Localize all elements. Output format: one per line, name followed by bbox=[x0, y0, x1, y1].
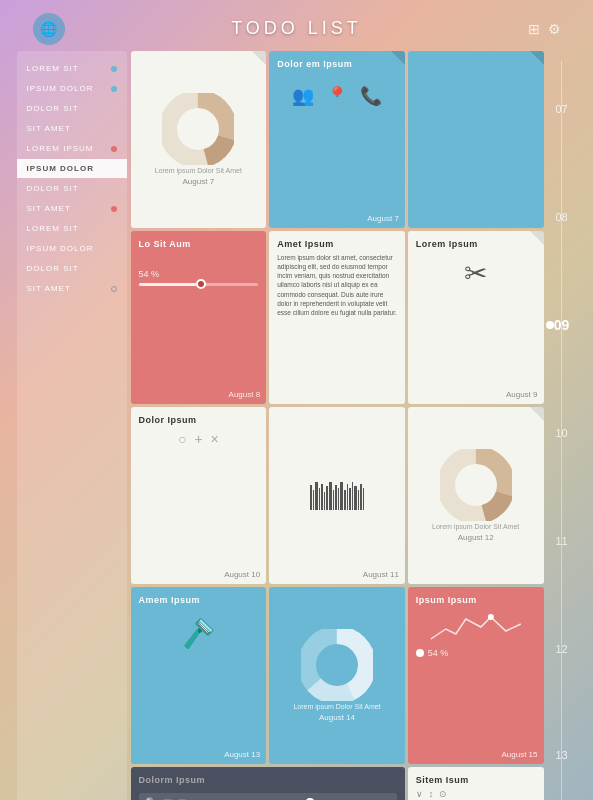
header-icons: ⊞ ⚙ bbox=[528, 21, 561, 37]
card-date-aug7-1: August 7 bbox=[183, 177, 215, 186]
sidebar-item-ipsum-dolor-2[interactable]: IPSUM DOLOR bbox=[17, 239, 127, 258]
barcode-display bbox=[310, 480, 364, 510]
card-title-10: Amem Ipsum bbox=[139, 595, 259, 605]
card-body-text: Lorem ipsum dolor sit amet, consectetur … bbox=[277, 253, 397, 317]
card-date-aug13: August 13 bbox=[224, 750, 260, 759]
card-title-4: Lo Sit Aum bbox=[139, 239, 259, 249]
card-lorem-ipsum-scissors: Lorem Ipsum ✂ August 9 bbox=[408, 231, 544, 404]
expand-icon: ∨ bbox=[416, 789, 423, 799]
card-amet-ipsum: Amet Ipsum Lorem ipsum dolor sit amet, c… bbox=[269, 231, 405, 404]
card-aug14-pie: Lorem ipsum Dolor Sit Amet August 14 bbox=[269, 587, 405, 764]
logo: 🌐 bbox=[33, 13, 65, 45]
arrows-icon: ↕ bbox=[429, 789, 434, 799]
card-title-6: Lorem Ipsum bbox=[416, 239, 536, 249]
location-icon: 📍 bbox=[326, 85, 348, 107]
header: 🌐 TODO LIST ⊞ ⚙ bbox=[17, 10, 577, 47]
timeline-12: 12 bbox=[555, 595, 567, 703]
page-title: TODO LIST bbox=[231, 18, 362, 39]
timeline-09: 09 bbox=[554, 271, 570, 379]
card-title-7: Dolor Ipsum bbox=[139, 415, 259, 425]
timeline-13: 13 bbox=[555, 703, 567, 800]
card-date-aug11: August 11 bbox=[363, 570, 399, 579]
card-aug12-pie: Lorem ipsum Dolor Sit Amet August 12 bbox=[408, 407, 544, 584]
card-title-2: Dolor em Ipsum bbox=[277, 59, 397, 69]
sidebar-item-ipsum-dolor-1[interactable]: IPSUM DOLOR bbox=[17, 79, 127, 98]
card-dolorm-ipsum: Dolorm Ipsum 🔍 ▣ ⊞ August 16 bbox=[131, 767, 405, 800]
card-title-13: Dolorm Ipsum bbox=[139, 775, 397, 785]
card-title-14: Sitem Isum bbox=[416, 775, 536, 785]
card-barcode: August 11 bbox=[269, 407, 405, 584]
sidebar-item-lorem-ipsum[interactable]: LOREM IPSUM bbox=[17, 139, 127, 158]
sidebar: LOREM SIT IPSUM DOLOR DOLOR SIT SIT AMET… bbox=[17, 51, 127, 800]
chart-percent-12: 54 % bbox=[428, 648, 449, 658]
card-title-12: Ipsum Ipsum bbox=[416, 595, 536, 605]
cross-icon: × bbox=[211, 431, 219, 447]
card-lo-sit-aum: Lo Sit Aum 54 % August 8 bbox=[131, 231, 267, 404]
card-date-aug8: August 8 bbox=[229, 390, 261, 399]
card-ipsum-ipsum: Ipsum Ipsum 54 % August 15 bbox=[408, 587, 544, 764]
card-dolor-ipsum-tools: Dolor Ipsum ○ + × August 10 bbox=[131, 407, 267, 584]
share-icon: ⊙ bbox=[439, 789, 447, 799]
card-amem-ipsum: Amem Ipsum 🪒 August 13 bbox=[131, 587, 267, 764]
razor-icon: 🪒 bbox=[139, 617, 259, 650]
progress-bar bbox=[139, 283, 259, 286]
phone-icon: 📞 bbox=[360, 85, 382, 107]
plus-icon: + bbox=[194, 431, 202, 447]
sidebar-item-dolor-sit-3[interactable]: DOLOR SIT bbox=[17, 259, 127, 278]
sidebar-item-dolor-sit-1[interactable]: DOLOR SIT bbox=[17, 99, 127, 118]
monitor-icon[interactable]: ⊞ bbox=[528, 21, 540, 37]
progress-label: 54 % bbox=[139, 269, 259, 279]
card-sitem-isum: Sitem Isum ∨ ↕ ⊙ 54% bbox=[408, 767, 544, 800]
sidebar-item-sit-amet-2[interactable]: SIT AMET bbox=[17, 199, 127, 218]
card-date-aug15: August 15 bbox=[501, 750, 537, 759]
circle-icon: ○ bbox=[178, 431, 186, 447]
scissors-icon: ✂ bbox=[416, 257, 536, 290]
timeline-10: 10 bbox=[555, 379, 567, 487]
timeline-08: 08 bbox=[555, 163, 567, 271]
timeline-dot-09 bbox=[546, 321, 554, 329]
sidebar-item-lorem-sit[interactable]: LOREM SIT bbox=[17, 59, 127, 78]
card-icons-row: 👥 📍 📞 bbox=[277, 85, 397, 107]
card-date-aug7-2: August 7 bbox=[367, 214, 399, 223]
card-date-aug14: August 14 bbox=[319, 713, 355, 722]
timeline: 07 08 09 10 11 12 13 14 15 16 bbox=[547, 51, 577, 800]
card-title-5: Amet Ipsum bbox=[277, 239, 397, 249]
line-chart-12 bbox=[416, 609, 536, 644]
card-aug7-pie: Lorem ipsum Dolor Sit Amet August 7 bbox=[131, 51, 267, 228]
sidebar-item-ipsum-dolor-active[interactable]: IPSUM DOLOR bbox=[17, 159, 127, 178]
card-dolor-em-ipsum: Dolor em Ipsum 👥 📍 📞 August 7 bbox=[269, 51, 405, 228]
sidebar-item-sit-amet-3[interactable]: SIT AMET bbox=[17, 279, 127, 298]
card-date-aug12: August 12 bbox=[458, 533, 494, 542]
card-grid: Lorem ipsum Dolor Sit Amet August 7 Dolo… bbox=[131, 51, 544, 800]
people-icon: 👥 bbox=[292, 85, 314, 107]
tool-icons-row: ○ + × bbox=[139, 431, 259, 447]
svg-point-9 bbox=[488, 614, 494, 620]
settings-icon[interactable]: ⚙ bbox=[548, 21, 561, 37]
sidebar-item-sit-amet-1[interactable]: SIT AMET bbox=[17, 119, 127, 138]
card-date-aug10: August 10 bbox=[224, 570, 260, 579]
card-blank-blue bbox=[408, 51, 544, 228]
timeline-07: 07 bbox=[555, 55, 567, 163]
card-date-aug9: August 9 bbox=[506, 390, 538, 399]
sidebar-item-lorem-sit-2[interactable]: LOREM SIT bbox=[17, 219, 127, 238]
timeline-11: 11 bbox=[555, 487, 567, 595]
sidebar-item-dolor-sit-2[interactable]: DOLOR SIT bbox=[17, 179, 127, 198]
